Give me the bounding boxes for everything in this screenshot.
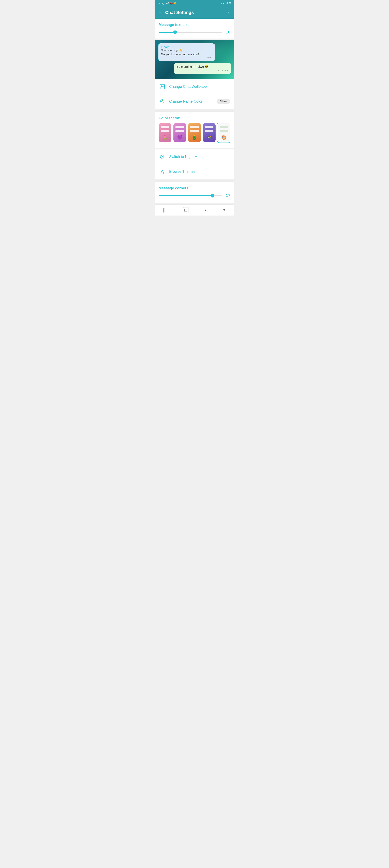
change-name-color-item[interactable]: Change Name Color Elham — [159, 94, 230, 109]
corners-slider-thumb[interactable] — [210, 194, 214, 197]
wallpaper-label: Change Chat Wallpaper — [169, 85, 230, 89]
svg-point-5 — [162, 100, 163, 101]
divider-2 — [155, 181, 234, 182]
outgoing-meta: 11:06 ✔✔ — [176, 69, 229, 72]
message-text-size-section: Message text size 16 — [155, 19, 234, 38]
nav-back-icon[interactable]: › — [205, 208, 206, 213]
incoming-time: 10:51 — [161, 56, 213, 59]
svg-rect-0 — [160, 84, 164, 89]
browse-themes-item[interactable]: Browse Themes — [159, 164, 230, 179]
chat-preview: Elham Good morning! 👋 Do you know what t… — [155, 40, 234, 79]
svg-point-4 — [163, 101, 163, 102]
theme-5-emoji: 🎨 — [221, 135, 227, 140]
status-battery: ۴۸درصد — [158, 2, 165, 5]
nav-menu-icon[interactable]: ||| — [163, 208, 166, 213]
change-wallpaper-item[interactable]: Change Chat Wallpaper — [159, 79, 230, 94]
status-x-icon: ✕ — [223, 2, 225, 5]
theme-4-emoji: 🎮 — [206, 135, 212, 140]
divider-1 — [155, 110, 234, 112]
incoming-message: Elham Good morning! 👋 Do you know what t… — [158, 43, 231, 61]
text-size-slider-row: 16 — [159, 30, 230, 34]
status-left: ۴۸درصد 4G 📵 🔑 — [158, 2, 176, 5]
svg-point-1 — [161, 85, 162, 86]
theme-card-4[interactable]: 🎮 — [203, 123, 216, 142]
night-mode-icon — [159, 153, 166, 160]
theme-card-1[interactable]: 🌷 — [159, 123, 171, 142]
theme-3-emoji: 🎄 — [192, 135, 197, 140]
name-color-label: Change Name Color — [169, 99, 213, 103]
theme-card-2[interactable]: 💜 — [173, 123, 186, 142]
message-corners-section: Message corners 17 — [155, 182, 234, 203]
text-size-value: 16 — [224, 30, 230, 34]
outgoing-text: It's morning in Tokyo 😎 — [176, 65, 229, 68]
sender-name: Elham — [161, 45, 213, 49]
status-bar: ۴۸درصد 4G 📵 🔑 • ✕ 11:51 — [155, 0, 234, 6]
nav-accessibility-icon[interactable]: ✦ — [222, 208, 226, 213]
theme-2-emoji: 💜 — [177, 135, 183, 140]
wallpaper-namecolor-section: Change Chat Wallpaper Change Name Color … — [155, 79, 234, 109]
top-bar: ← Chat Settings ⋮ — [155, 6, 234, 19]
color-theme-section: Color theme 🌷 💜 🎄 🎮 — [155, 112, 234, 148]
status-dot: • — [222, 2, 222, 4]
corners-slider-fill — [159, 195, 212, 196]
action-section: Switch to Night Mode Browse Themes — [155, 149, 234, 179]
incoming-text: Do you know what time it is? — [161, 53, 213, 56]
corners-slider-track[interactable] — [159, 195, 222, 196]
corners-slider-row: 17 — [159, 193, 230, 198]
theme-grid: 🌷 💜 🎄 🎮 🎨 — [159, 123, 230, 143]
color-theme-label: Color theme — [159, 116, 230, 120]
svg-point-6 — [163, 173, 164, 174]
page-title: Chat Settings — [165, 10, 224, 15]
status-right: • ✕ 11:51 — [222, 2, 231, 5]
text-size-slider-track[interactable] — [159, 32, 222, 33]
message-text-size-label: Message text size — [159, 23, 230, 27]
corners-value: 17 — [224, 193, 230, 198]
name-color-icon — [159, 98, 166, 105]
status-time: 11:51 — [226, 2, 231, 4]
theme-1-emoji: 🌷 — [162, 135, 168, 140]
back-button[interactable]: ← — [158, 10, 162, 15]
night-mode-label: Switch to Night Mode — [169, 155, 230, 159]
wallpaper-icon — [159, 83, 166, 90]
more-options-button[interactable]: ⋮ — [227, 10, 231, 15]
message-corners-label: Message corners — [159, 186, 230, 190]
read-ticks-icon: ✔✔ — [224, 69, 229, 72]
text-size-slider-thumb[interactable] — [173, 30, 177, 34]
status-signal: 4G — [166, 2, 169, 4]
nav-home-icon[interactable]: □ — [183, 207, 188, 213]
text-size-slider-fill — [159, 32, 175, 33]
quoted-text: Good morning! 👋 — [161, 49, 213, 52]
browse-themes-icon — [159, 168, 166, 175]
bottom-nav: ||| □ › ✦ — [155, 205, 234, 216]
name-color-badge: Elham — [217, 99, 230, 104]
theme-card-3[interactable]: 🎄 — [188, 123, 201, 142]
night-mode-item[interactable]: Switch to Night Mode — [159, 149, 230, 164]
status-icons: 📵 🔑 — [170, 2, 176, 5]
outgoing-time: 11:06 — [218, 69, 224, 72]
browse-themes-label: Browse Themes — [169, 169, 230, 174]
theme-card-5[interactable]: 🎨 — [218, 123, 230, 142]
outgoing-message: It's morning in Tokyo 😎 11:06 ✔✔ — [158, 63, 231, 74]
svg-point-3 — [161, 101, 162, 102]
